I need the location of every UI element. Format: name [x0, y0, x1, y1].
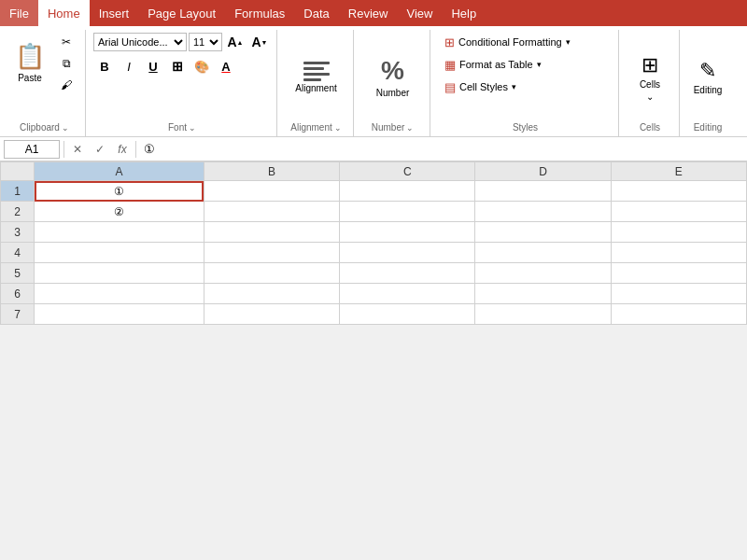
cell-E3[interactable] [611, 222, 746, 243]
menu-formulas[interactable]: Formulas [225, 0, 294, 26]
cell-B2[interactable] [204, 202, 339, 222]
cell-B5[interactable] [204, 263, 339, 284]
italic-button[interactable]: I [118, 56, 140, 77]
paste-icon: 📋 [15, 42, 45, 71]
cell-A5[interactable] [35, 263, 204, 284]
cell-styles-caret[interactable]: ▾ [512, 82, 516, 91]
paste-button[interactable]: 📋 Paste [9, 32, 50, 93]
alignment-expand-icon[interactable]: ⌄ [334, 123, 342, 133]
col-header-A[interactable]: A [35, 162, 204, 181]
styles-label: Styles [438, 122, 613, 134]
format-table-caret[interactable]: ▾ [537, 60, 542, 69]
border-button[interactable]: ⊞ [166, 56, 189, 77]
col-header-B[interactable]: B [204, 162, 339, 181]
cell-C2[interactable] [340, 202, 475, 222]
cell-D7[interactable] [475, 304, 611, 325]
cell-D1[interactable] [475, 181, 611, 202]
cells-icon: ⊞ [641, 53, 658, 77]
bold-button[interactable]: B [93, 56, 116, 77]
cell-C4[interactable] [340, 243, 475, 263]
font-size-select[interactable]: 11 [189, 33, 222, 51]
cell-B4[interactable] [204, 243, 339, 263]
number-expand-icon[interactable]: ⌄ [406, 123, 414, 133]
menu-review[interactable]: Review [339, 0, 398, 26]
cell-E4[interactable] [611, 243, 746, 263]
cells-expand[interactable]: ⌄ [646, 91, 654, 102]
clipboard-expand-icon[interactable]: ⌄ [62, 123, 69, 133]
menu-page-layout[interactable]: Page Layout [138, 0, 225, 26]
cell-A4[interactable] [35, 243, 204, 263]
row-header-1: 1 [1, 181, 35, 202]
table-row: 7 [1, 304, 747, 325]
fx-button[interactable]: fx [113, 140, 132, 159]
format-painter-button[interactable]: 🖌 [53, 75, 79, 95]
ribbon: 📋 Paste ✂ ⧉ 🖌 Clipboard ⌄ Arial Unicode [0, 26, 747, 137]
cell-styles-button[interactable]: ▤ Cell Styles ▾ [438, 77, 523, 97]
cell-D4[interactable] [475, 243, 611, 263]
cell-C7[interactable] [340, 304, 475, 325]
cell-C6[interactable] [340, 284, 475, 304]
cell-A2[interactable]: ② [35, 202, 204, 222]
cell-C1[interactable] [340, 181, 475, 202]
cell-A1[interactable]: ① [35, 181, 204, 202]
cell-C3[interactable] [340, 222, 475, 243]
conditional-formatting-button[interactable]: ⊞ Conditional Formatting ▾ [438, 32, 577, 52]
menu-help[interactable]: Help [442, 0, 486, 26]
col-header-D[interactable]: D [475, 162, 611, 181]
cell-A1-content: ① [38, 185, 200, 198]
cell-A6[interactable] [35, 284, 204, 304]
cell-B6[interactable] [204, 284, 339, 304]
conditional-label: Conditional Formatting [458, 36, 562, 48]
number-format-button[interactable]: % Number [373, 47, 414, 108]
cells-group: ⊞ Cells ⌄ Cells [621, 30, 680, 136]
cell-E2[interactable] [611, 202, 746, 222]
menu-insert[interactable]: Insert [90, 0, 139, 26]
cell-D5[interactable] [475, 263, 611, 284]
cell-E5[interactable] [611, 263, 746, 284]
editing-content: ✎ Editing [687, 32, 728, 122]
cells-label: Cells [640, 79, 660, 90]
menu-data[interactable]: Data [294, 0, 338, 26]
cut-button[interactable]: ✂ [53, 32, 79, 52]
cell-E1[interactable] [611, 181, 746, 202]
col-header-E[interactable]: E [611, 162, 746, 181]
cell-D3[interactable] [475, 222, 611, 243]
format-table-icon: ▦ [444, 58, 456, 72]
menu-file[interactable]: File [0, 0, 38, 26]
cell-D6[interactable] [475, 284, 611, 304]
font-name-select[interactable]: Arial Unicode... [93, 33, 187, 51]
cancel-button[interactable]: ✕ [68, 140, 87, 159]
table-row: 5 [1, 263, 747, 284]
cell-B3[interactable] [204, 222, 339, 243]
cell-A7[interactable] [35, 304, 204, 325]
number-label-group: Number ⌄ [361, 122, 424, 134]
fill-color-button[interactable]: 🎨 [190, 56, 213, 77]
conditional-icon: ⊞ [444, 35, 455, 49]
clipboard-group: 📋 Paste ✂ ⧉ 🖌 Clipboard ⌄ [4, 30, 86, 136]
cell-B7[interactable] [204, 304, 339, 325]
decrease-font-button[interactable]: A▼ [248, 32, 271, 52]
formula-bar-preview: ① [144, 142, 155, 156]
cell-reference-input[interactable]: A1 [4, 140, 60, 159]
cell-E6[interactable] [611, 284, 746, 304]
menu-view[interactable]: View [397, 0, 442, 26]
cell-A3[interactable] [35, 222, 204, 243]
confirm-button[interactable]: ✓ [91, 140, 109, 159]
cell-D2[interactable] [475, 202, 611, 222]
copy-button[interactable]: ⧉ [53, 53, 79, 74]
cells-button[interactable]: ⊞ Cells ⌄ [627, 47, 673, 108]
font-color-button[interactable]: A [215, 56, 237, 77]
font-expand-icon[interactable]: ⌄ [189, 123, 196, 133]
conditional-caret[interactable]: ▾ [566, 37, 571, 47]
col-header-C[interactable]: C [340, 162, 475, 181]
cell-C5[interactable] [340, 263, 475, 284]
editing-button[interactable]: ✎ Editing [687, 47, 728, 108]
clipboard-label: Clipboard ⌄ [9, 122, 79, 134]
cell-E7[interactable] [611, 304, 746, 325]
menu-home[interactable]: Home [38, 0, 90, 26]
increase-font-button[interactable]: A▲ [224, 32, 247, 52]
underline-button[interactable]: U [142, 56, 164, 77]
alignment-button[interactable]: Alignment [296, 47, 337, 108]
cell-B1[interactable] [204, 181, 339, 202]
format-table-button[interactable]: ▦ Format as Table ▾ [438, 54, 548, 75]
